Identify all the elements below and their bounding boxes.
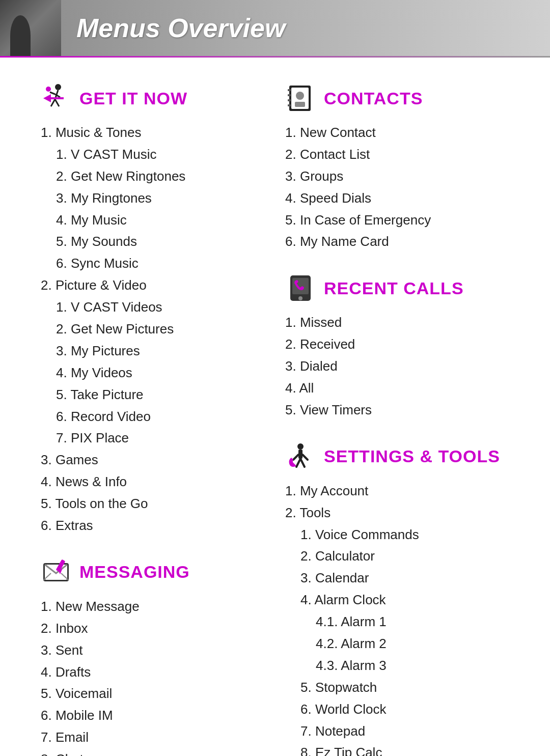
list-item: 5. In Case of Emergency <box>285 209 504 231</box>
list-item: 1. New Contact <box>285 122 504 144</box>
header-image <box>0 0 61 56</box>
section-messaging-header: MESSAGING <box>41 557 260 587</box>
section-recent-calls-header: RECENT CALLS <box>285 273 504 303</box>
list-item: 1. V CAST Videos <box>41 296 260 318</box>
section-get-it-now-header: GET IT NOW <box>41 83 260 114</box>
list-item: 4. All <box>285 377 504 399</box>
svg-point-25 <box>297 443 304 450</box>
list-item: 4. My Videos <box>41 362 260 384</box>
list-item: 6. Record Video <box>41 406 260 428</box>
svg-line-29 <box>296 459 300 467</box>
contacts-list: 1. New Contact2. Contact List3. Groups4.… <box>285 122 504 253</box>
recent-calls-title: RECENT CALLS <box>324 278 464 298</box>
list-item: 6. World Clock <box>285 698 504 720</box>
svg-rect-20 <box>288 99 291 101</box>
recent-calls-list: 1. Missed2. Received3. Dialed4. All5. Vi… <box>285 312 504 421</box>
list-item: 2. Get New Ringtones <box>41 165 260 187</box>
list-item: 2. Get New Pictures <box>41 318 260 340</box>
svg-rect-17 <box>295 102 305 107</box>
get-it-now-icon <box>41 83 71 114</box>
section-contacts-header: CONTACTS <box>285 83 504 114</box>
settings-tools-list: 1. My Account2. Tools1. Voice Commands2.… <box>285 480 504 756</box>
get-it-now-list: 1. Music & Tones1. V CAST Music2. Get Ne… <box>41 122 260 537</box>
list-item: 3. My Ringtones <box>41 187 260 209</box>
section-settings-header: SETTINGS & TOOLS <box>285 441 504 472</box>
list-item: 2. Tools <box>285 502 504 524</box>
list-item: 1. Music & Tones <box>41 122 260 144</box>
contacts-title: CONTACTS <box>324 89 423 108</box>
list-item: 5. Tools on the Go <box>41 493 260 515</box>
list-item: 3. Groups <box>285 165 504 187</box>
list-item: 4. Drafts <box>41 661 260 683</box>
svg-line-28 <box>302 455 308 460</box>
list-item: 3. My Pictures <box>41 340 260 362</box>
settings-tools-icon <box>285 441 316 472</box>
content-area: GET IT NOW 1. Music & Tones1. V CAST Mus… <box>0 58 550 756</box>
list-item: 5. View Timers <box>285 399 504 421</box>
contacts-icon <box>285 83 316 114</box>
list-item: 2. Picture & Video <box>41 274 260 296</box>
list-item: 3. Calendar <box>285 567 504 589</box>
svg-point-7 <box>46 87 51 92</box>
list-item: 7. PIX Place <box>41 427 260 449</box>
svg-rect-23 <box>292 278 309 294</box>
svg-rect-21 <box>288 104 291 106</box>
svg-line-4 <box>51 99 55 106</box>
svg-rect-19 <box>288 94 291 96</box>
section-contacts: CONTACTS 1. New Contact2. Contact List3.… <box>275 73 519 756</box>
list-item: 3. Games <box>41 449 260 471</box>
recent-calls-icon <box>285 273 316 303</box>
list-item: 2. Received <box>285 333 504 355</box>
list-item: 8. Ez Tip Calc <box>285 742 504 756</box>
messaging-title: MESSAGING <box>79 562 190 582</box>
list-item: 2. Calculator <box>285 545 504 567</box>
list-item: 1. V CAST Music <box>41 144 260 165</box>
list-item: 5. Voicemail <box>41 683 260 705</box>
svg-point-24 <box>298 296 302 300</box>
list-item: 5. Take Picture <box>41 384 260 406</box>
svg-line-27 <box>293 455 298 460</box>
list-item: 6. Sync Music <box>41 253 260 274</box>
list-item: 5. Stopwatch <box>285 677 504 698</box>
list-item: 3. Dialed <box>285 355 504 377</box>
list-item: 6. Extras <box>41 515 260 537</box>
messaging-icon <box>41 557 71 587</box>
svg-line-2 <box>50 92 55 94</box>
list-item: 1. Voice Commands <box>285 524 504 546</box>
svg-point-16 <box>296 92 304 100</box>
list-item: 4. Speed Dials <box>285 187 504 209</box>
svg-point-0 <box>55 84 61 90</box>
list-item: 4.2. Alarm 2 <box>285 633 504 655</box>
section-messaging: MESSAGING1. New Message2. Inbox3. Sent4.… <box>41 557 260 756</box>
list-item: 8. Chat <box>41 748 260 756</box>
list-item: 7. Email <box>41 726 260 748</box>
messaging-list: 1. New Message2. Inbox3. Sent4. Drafts5.… <box>41 596 260 756</box>
list-item: 4. News & Info <box>41 471 260 493</box>
svg-line-5 <box>55 99 59 106</box>
list-item: 6. My Name Card <box>285 231 504 253</box>
list-item: 3. Sent <box>41 639 260 661</box>
list-item: 5. My Sounds <box>41 231 260 253</box>
list-item: 1. Missed <box>285 312 504 333</box>
page-header: Menus Overview <box>0 0 550 56</box>
page-title: Menus Overview <box>76 13 285 43</box>
list-item: 1. My Account <box>285 480 504 502</box>
list-item: 4.1. Alarm 1 <box>285 611 504 633</box>
list-item: 4. My Music <box>41 209 260 231</box>
section-get-it-now: GET IT NOW 1. Music & Tones1. V CAST Mus… <box>31 73 275 756</box>
list-item: 1. New Message <box>41 596 260 618</box>
get-it-now-title: GET IT NOW <box>79 89 187 108</box>
list-item: 4. Alarm Clock <box>285 589 504 611</box>
list-item: 2. Contact List <box>285 144 504 165</box>
settings-tools-title: SETTINGS & TOOLS <box>324 446 500 466</box>
svg-rect-18 <box>288 89 291 91</box>
list-item: 4.3. Alarm 3 <box>285 655 504 677</box>
list-item: 6. Mobile IM <box>41 705 260 726</box>
list-item: 2. Inbox <box>41 618 260 639</box>
svg-line-30 <box>300 459 305 467</box>
list-item: 7. Notepad <box>285 720 504 742</box>
